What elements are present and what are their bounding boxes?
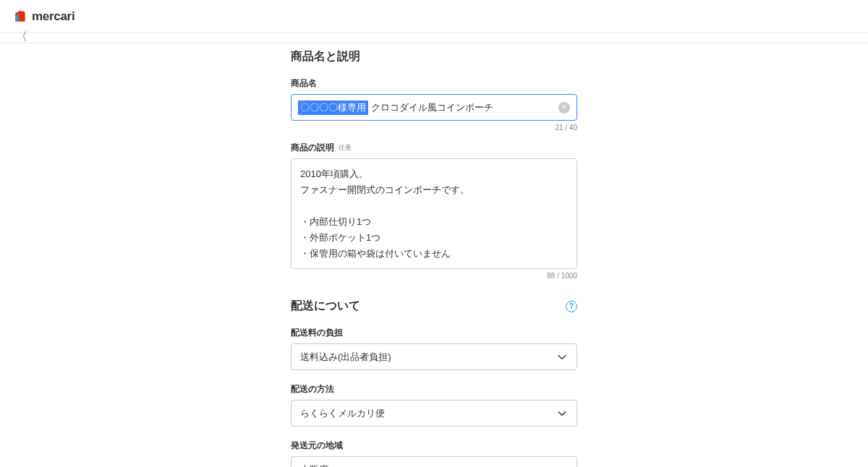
app-header: mercari: [0, 0, 868, 33]
section-title-name-desc: 商品名と説明: [291, 49, 577, 64]
chevron-down-icon: [558, 411, 566, 416]
shipping-fee-field: 配送料の負担 送料込み(出品者負担): [291, 327, 577, 370]
product-desc-field: 商品の説明 任意 88 / 1000: [291, 142, 577, 280]
desc-char-counter: 88 / 1000: [291, 272, 577, 280]
chevron-down-icon: [558, 354, 566, 359]
shipping-region-select[interactable]: 大阪府: [291, 456, 577, 467]
product-name-field: 商品名 〇〇〇〇様専用 クロコダイル風コインポーチ 21 / 40: [291, 77, 577, 132]
mercari-logo-icon: [13, 9, 27, 24]
product-desc-label: 商品の説明 任意: [291, 142, 577, 154]
product-name-label: 商品名: [291, 77, 577, 90]
brand-name: mercari: [32, 9, 75, 24]
help-icon[interactable]: ?: [566, 301, 577, 312]
back-chevron-icon[interactable]: 〈: [16, 30, 27, 45]
product-desc-textarea[interactable]: [291, 158, 577, 269]
clear-input-icon[interactable]: [558, 102, 570, 113]
subheader: 〈: [0, 33, 868, 43]
svg-point-0: [22, 11, 25, 14]
shipping-fee-select[interactable]: 送料込み(出品者負担): [291, 343, 577, 370]
name-char-counter: 21 / 40: [291, 124, 577, 132]
shipping-method-label: 配送の方法: [291, 383, 577, 395]
shipping-method-field: 配送の方法 らくらくメルカリ便: [291, 383, 577, 427]
product-name-input[interactable]: [291, 94, 577, 121]
optional-badge: 任意: [339, 143, 352, 153]
shipping-region-field: 発送元の地域 大阪府: [291, 440, 577, 467]
shipping-region-label: 発送元の地域: [291, 440, 577, 452]
shipping-fee-label: 配送料の負担: [291, 327, 577, 339]
logo[interactable]: mercari: [13, 9, 75, 24]
section-title-shipping: 配送について: [291, 299, 360, 314]
listing-form: 商品名と説明 商品名 〇〇〇〇様専用 クロコダイル風コインポーチ 21 / 40…: [291, 43, 577, 467]
shipping-method-select[interactable]: らくらくメルカリ便: [291, 400, 577, 427]
